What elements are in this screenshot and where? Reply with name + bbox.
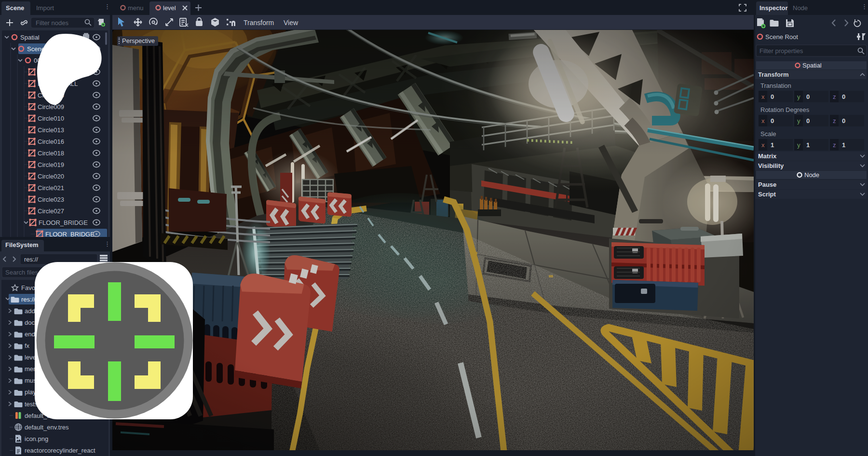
svg-text:Transform: Transform [758,71,789,78]
svg-text:y: y [797,93,800,100]
svg-text:Scale: Scale [760,130,776,138]
svg-text:res://: res:// [21,296,35,303]
svg-text:z: z [833,117,836,124]
svg-text:0: 0 [842,117,845,124]
svg-text:x: x [761,117,765,124]
svg-text:Matrix: Matrix [758,152,777,160]
svg-text:1: 1 [842,141,845,149]
svg-text:z: z [833,93,836,100]
svg-text:0: 0 [771,93,774,100]
svg-text:fx: fx [25,342,30,349]
svg-text:y: y [797,141,800,149]
svg-text:0: 0 [771,117,774,124]
svg-text:Spatial: Spatial [802,62,822,69]
svg-text:x: x [761,141,765,149]
svg-text:Pause: Pause [758,181,776,188]
svg-text:z: z [833,141,836,149]
svg-text:Script: Script [758,191,776,198]
svg-text:default_env.tres: default_env.tres [25,424,69,431]
svg-text:Circle010: Circle010 [38,115,64,122]
svg-text:FLOOR_BRIDGE: FLOOR_BRIDGE [39,219,88,226]
svg-text:0: 0 [842,93,845,100]
svg-text:Translation: Translation [760,82,791,89]
svg-text:Circle020: Circle020 [38,173,64,180]
svg-text:end: end [25,331,35,338]
svg-text:Circle016: Circle016 [38,138,64,145]
svg-text:reactorcorecylinder_react: reactorcorecylinder_react [25,447,95,454]
svg-text:Circle013: Circle013 [38,126,64,134]
svg-text:Circle021: Circle021 [38,184,64,192]
svg-text:0: 0 [806,117,810,124]
svg-text:1: 1 [806,141,810,149]
svg-text:Circle019: Circle019 [38,161,64,168]
svg-text:Circle018: Circle018 [38,150,64,157]
svg-text:Circle027: Circle027 [38,207,64,215]
svg-text:Filter properties: Filter properties [760,47,803,55]
svg-text:FLOOR_BRIDGE: FLOOR_BRIDGE [45,231,95,237]
svg-text:icon.png: icon.png [25,435,48,442]
svg-text:1: 1 [771,141,774,149]
svg-text:x: x [761,93,765,100]
svg-text:Visibility: Visibility [758,162,784,169]
svg-text:0: 0 [806,93,810,100]
svg-text:Scene Root: Scene Root [765,33,798,41]
svg-text:Circle023: Circle023 [38,196,64,203]
svg-text:Node: Node [804,171,819,179]
svg-text:y: y [797,117,800,124]
svg-text:Search files: Search files [5,269,38,276]
svg-text:Rotation Degrees: Rotation Degrees [760,106,810,113]
